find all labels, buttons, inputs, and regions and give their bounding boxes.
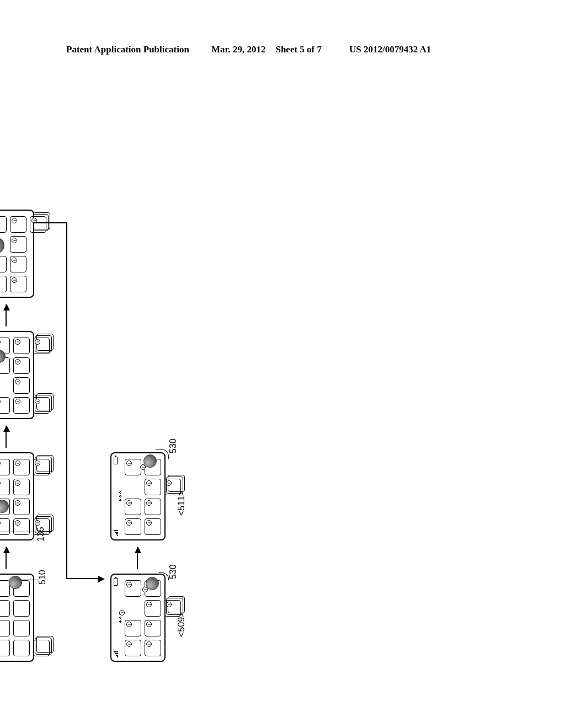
- icon-grid: [0, 580, 50, 656]
- flow-arrow: [6, 426, 7, 448]
- grid-cell: [10, 236, 26, 253]
- info-badge-icon: [15, 520, 20, 526]
- grid-cell: [13, 338, 30, 354]
- info-badge-icon: [35, 339, 40, 345]
- grid-cell: [125, 499, 141, 515]
- flow-arrow: [6, 547, 7, 569]
- grid-cell: [13, 620, 30, 636]
- phone-501: [0, 574, 34, 662]
- grid-cell-stack: [33, 459, 50, 475]
- status-bar: [114, 575, 118, 661]
- info-badge-icon: [12, 277, 17, 283]
- grid-cell: [13, 397, 30, 414]
- grid-cell: [13, 479, 30, 495]
- info-badge-icon: [126, 622, 132, 627]
- leader-line: [0, 532, 36, 532]
- callout-530: 530: [168, 438, 178, 453]
- signal-icon: [114, 529, 118, 536]
- info-badge-icon: [15, 379, 20, 384]
- leader-line: [17, 580, 39, 580]
- connector-line: [66, 578, 99, 579]
- grid-cell: [13, 499, 30, 515]
- flow-arrow: [6, 304, 7, 326]
- info-badge-icon: [119, 610, 125, 615]
- info-badge-icon: [126, 520, 132, 526]
- callout-530: 530: [168, 564, 178, 579]
- info-badge-icon: [146, 602, 152, 607]
- grid-cell: [0, 620, 10, 636]
- leader-curve: [159, 572, 169, 580]
- flow-arrow: [137, 547, 138, 569]
- grid-cell: [10, 276, 26, 292]
- grid-cell: [125, 459, 141, 475]
- grid-cell: [13, 518, 30, 535]
- grid-cell: [13, 600, 30, 617]
- icon-grid: [0, 338, 50, 414]
- phone-511: [110, 452, 166, 540]
- info-badge-icon: [140, 464, 146, 470]
- callout-510: 510: [38, 570, 47, 585]
- info-badge-icon: [0, 520, 1, 526]
- info-badge-icon: [146, 520, 152, 526]
- signal-icon: [114, 651, 118, 657]
- header-sheet: Sheet 5 of 7: [275, 44, 322, 55]
- grid-cell-stack: [164, 600, 181, 617]
- info-badge-icon: [146, 500, 152, 506]
- info-badge-icon: [15, 399, 20, 404]
- header-docnum: US 2012/0079432 A1: [349, 44, 431, 55]
- status-bar: [114, 453, 118, 539]
- page-dots: [119, 491, 121, 501]
- grid-cell-stack: [30, 216, 46, 233]
- grid-cell: [0, 216, 7, 233]
- info-badge-icon: [12, 258, 17, 263]
- grid-cell: [0, 459, 10, 475]
- phone-505: [0, 331, 34, 419]
- grid-cell: [125, 580, 141, 597]
- grid-cell-stack: [164, 479, 181, 495]
- icon-grid: [125, 459, 181, 535]
- icon-grid: [0, 216, 46, 292]
- grid-cell: [145, 640, 161, 656]
- grid-cell: [145, 499, 161, 515]
- grid-cell: [13, 377, 30, 394]
- grid-cell: [13, 640, 30, 656]
- info-badge-icon: [0, 480, 1, 486]
- phone-509: [110, 574, 166, 662]
- battery-icon: [114, 457, 118, 464]
- info-badge-icon: [126, 641, 132, 647]
- info-badge-icon: [15, 480, 20, 486]
- grid-cell: [0, 600, 10, 617]
- page-header: Patent Application Publication Mar. 29, …: [0, 44, 565, 55]
- grid-cell: [145, 518, 161, 535]
- callout-135: 135: [36, 527, 46, 542]
- info-badge-icon: [166, 602, 172, 607]
- info-badge-icon: [15, 359, 20, 365]
- icon-grid: [0, 459, 50, 535]
- info-badge-icon: [126, 582, 132, 587]
- info-badge-icon: [35, 520, 40, 526]
- info-badge-icon: [0, 339, 1, 345]
- grid-cell: [0, 479, 10, 495]
- info-badge-icon: [0, 461, 1, 466]
- grid-cell: [13, 357, 30, 374]
- grid-cell-stack: [33, 397, 50, 414]
- connector-line: [66, 222, 67, 579]
- phone-507: [0, 210, 34, 298]
- figure-5: FIG. 5 <501> 510 <503>: [0, 221, 508, 667]
- grid-cell-stack: [33, 338, 50, 354]
- connector-line: [33, 222, 66, 223]
- grid-cell-stack: [33, 640, 50, 656]
- info-badge-icon: [12, 238, 17, 243]
- info-badge-icon: [146, 480, 152, 486]
- info-badge-icon: [15, 461, 20, 466]
- grid-cell: [0, 397, 10, 414]
- header-publication: Patent Application Publication: [66, 44, 189, 55]
- info-badge-icon: [35, 399, 40, 404]
- grid-cell-stack: [145, 600, 161, 617]
- info-badge-icon: [126, 461, 132, 466]
- info-badge-icon: [35, 461, 40, 466]
- grid-cell: [145, 620, 161, 636]
- info-badge-icon: [12, 218, 17, 223]
- info-badge-icon: [0, 399, 1, 404]
- grid-cell: [13, 459, 30, 475]
